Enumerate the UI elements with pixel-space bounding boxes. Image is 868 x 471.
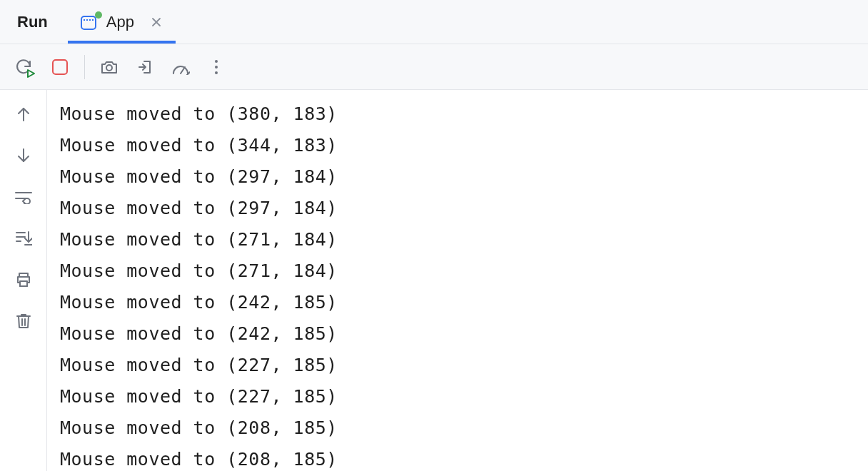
log-line: Mouse moved to (208, 185) — [60, 412, 855, 444]
stop-icon — [52, 59, 68, 75]
tab-app[interactable]: App — [68, 0, 176, 44]
play-icon — [26, 69, 36, 78]
log-line: Mouse moved to (297, 184) — [60, 161, 855, 193]
svg-rect-17 — [20, 281, 27, 286]
soft-wrap-icon — [14, 190, 33, 204]
rerun-button[interactable] — [11, 54, 37, 80]
arrow-up-icon — [16, 106, 31, 122]
print-button[interactable] — [11, 267, 36, 293]
print-icon — [15, 272, 32, 288]
log-line: Mouse moved to (208, 185) — [60, 444, 855, 471]
stop-button[interactable] — [47, 54, 73, 80]
exit-icon — [136, 59, 153, 76]
console-gutter — [0, 90, 47, 471]
svg-point-7 — [215, 71, 218, 74]
more-button[interactable] — [203, 54, 229, 80]
log-line: Mouse moved to (271, 184) — [60, 224, 855, 255]
toolbar-separator — [84, 55, 85, 79]
svg-point-3 — [106, 65, 112, 71]
previous-occurrence-button[interactable] — [11, 101, 36, 127]
log-line: Mouse moved to (242, 185) — [60, 318, 855, 350]
profiler-button[interactable] — [168, 54, 193, 80]
console-output[interactable]: Mouse moved to (380, 183)Mouse moved to … — [47, 90, 868, 471]
log-line: Mouse moved to (242, 185) — [60, 287, 855, 318]
camera-icon — [100, 59, 118, 75]
log-line: Mouse moved to (344, 183) — [60, 130, 855, 161]
clear-all-button[interactable] — [11, 308, 36, 334]
svg-point-5 — [215, 60, 218, 63]
arrow-down-icon — [16, 148, 31, 163]
attach-button[interactable] — [132, 54, 158, 80]
screenshot-button[interactable] — [96, 54, 122, 80]
more-icon — [214, 59, 218, 75]
tab-label: App — [106, 13, 134, 31]
gauge-icon — [171, 59, 190, 75]
panel-header: Run App — [0, 0, 868, 44]
scroll-to-end-icon — [15, 231, 32, 246]
tab-active-indicator — [68, 41, 176, 44]
svg-point-6 — [215, 66, 218, 69]
run-toolbar — [0, 44, 868, 90]
log-line: Mouse moved to (227, 185) — [60, 350, 855, 381]
log-line: Mouse moved to (297, 184) — [60, 193, 855, 224]
log-line: Mouse moved to (271, 184) — [60, 255, 855, 287]
svg-marker-2 — [28, 70, 34, 77]
scroll-to-end-button[interactable] — [11, 226, 36, 251]
log-line: Mouse moved to (227, 185) — [60, 381, 855, 412]
trash-icon — [16, 313, 31, 330]
app-window-icon — [81, 14, 99, 30]
tab-bar: App — [68, 0, 176, 44]
soft-wrap-button[interactable] — [11, 184, 36, 210]
close-icon[interactable] — [151, 17, 161, 27]
log-line: Mouse moved to (380, 183) — [60, 98, 855, 130]
svg-line-4 — [181, 67, 185, 74]
next-occurrence-button[interactable] — [11, 143, 36, 168]
panel-title: Run — [0, 0, 68, 44]
